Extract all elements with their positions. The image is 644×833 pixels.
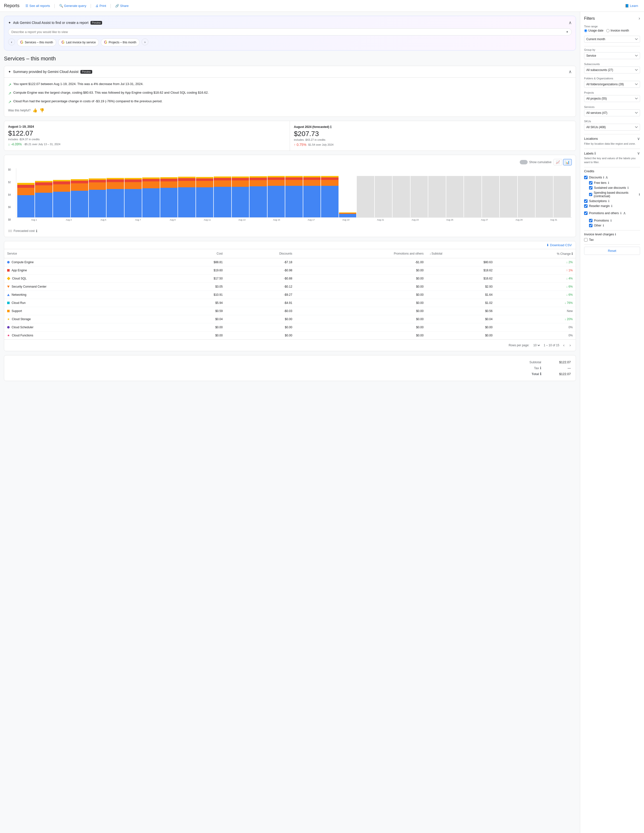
- reset-button[interactable]: Reset: [584, 247, 640, 255]
- free-tiers-checkbox[interactable]: Free tiers ℹ: [589, 181, 640, 185]
- subscriptions-help-icon[interactable]: ℹ: [608, 199, 610, 203]
- thumbs-down-button[interactable]: 👎: [39, 108, 44, 113]
- service-icon-cloud-scheduler: [7, 326, 10, 328]
- folders-select[interactable]: All folders/organizations (28): [584, 81, 640, 88]
- bar-chart-button[interactable]: 📊: [563, 159, 572, 166]
- td-service-8: Cloud Scheduler: [4, 323, 171, 331]
- locations-header[interactable]: Locations ∨: [584, 136, 640, 141]
- projects-select[interactable]: All projects (55): [584, 95, 640, 102]
- td-service-2: Cloud SQL: [4, 275, 171, 283]
- td-service-9: ★ Cloud Functions: [4, 331, 171, 339]
- change-info-icon[interactable]: ℹ: [572, 252, 573, 256]
- subscriptions-checkbox[interactable]: Subscriptions ℹ: [584, 199, 640, 203]
- download-csv-link[interactable]: ⬇ Download CSV: [546, 243, 572, 247]
- discounts-toggle-icon[interactable]: ∧: [605, 175, 608, 180]
- forecasted-legend-label: Forecasted cost: [14, 229, 34, 233]
- services-select[interactable]: All services (47): [584, 109, 640, 116]
- filters-title: Filters: [584, 16, 595, 21]
- bar-day-7: [124, 178, 142, 217]
- cumulative-toggle-switch[interactable]: [520, 160, 528, 164]
- share-link[interactable]: 🔗 Share: [113, 3, 131, 9]
- reseller-margin-checkbox[interactable]: Reseller margin ℹ: [584, 204, 640, 208]
- radio-invoice-month[interactable]: Invoice month: [606, 29, 629, 32]
- show-cumulative-toggle[interactable]: Show cumulative: [520, 160, 552, 164]
- sustained-help-icon[interactable]: ℹ: [628, 186, 629, 190]
- discounts-help-icon[interactable]: ℹ: [603, 176, 604, 179]
- td-service-3: Security Command Center: [4, 283, 171, 291]
- generate-query-link[interactable]: 🔍 Generate query: [57, 3, 88, 9]
- prev-page-button[interactable]: ‹: [562, 342, 565, 349]
- other-checkbox[interactable]: Other ℹ: [589, 224, 640, 227]
- radio-usage-date[interactable]: Usage date: [584, 29, 603, 32]
- spending-based-checkbox[interactable]: Spending based discounts (contractual) ℹ: [589, 191, 640, 198]
- tax-info-icon[interactable]: ℹ: [540, 366, 541, 370]
- learn-link[interactable]: 📘 Learn: [623, 3, 640, 9]
- gemini-chip-invoice[interactable]: G Last invoice by service: [58, 39, 99, 46]
- summary-gemini-icon: ✦: [8, 70, 11, 74]
- bar-day-30: [536, 176, 553, 217]
- summary-item-0: ↗ You spent $122.07 between Aug 1-19, 20…: [8, 82, 572, 88]
- promotions-checkbox[interactable]: Promotions ℹ: [589, 219, 640, 222]
- see-all-reports-link[interactable]: ☰ See all reports: [23, 3, 52, 9]
- promotions-item-help-icon[interactable]: ℹ: [610, 219, 612, 222]
- forecasted-info-icon-chart[interactable]: ℹ: [36, 229, 37, 233]
- spending-help-icon[interactable]: ℹ: [639, 193, 640, 196]
- forecasted-legend: Forecasted cost ℹ: [8, 229, 572, 233]
- print-icon: 🖨: [95, 4, 98, 8]
- reseller-help-icon[interactable]: ℹ: [611, 204, 612, 208]
- forecasted-info-icon[interactable]: ℹ: [330, 125, 332, 129]
- promotions-help-icon[interactable]: ℹ: [620, 211, 621, 215]
- gemini-chip-projects[interactable]: G Projects – this month: [101, 39, 140, 46]
- discounts-checkbox[interactable]: Discounts ℹ ∧: [584, 175, 640, 180]
- bar-day-28: [500, 176, 517, 217]
- gemini-star-icon: ✦: [8, 21, 11, 25]
- metric-current-change-desc: -$5.21 over July 13 – 31, 2024: [24, 143, 60, 146]
- invoice-charges-help-icon[interactable]: ℹ: [615, 233, 616, 236]
- sustained-use-checkbox[interactable]: Sustained use discounts ℹ: [589, 186, 640, 190]
- gemini-search-input[interactable]: [11, 30, 566, 34]
- chart-section: Show cumulative 📈 📊 $8 $6 $4 $2 $0: [4, 155, 576, 237]
- promotions-and-others-checkbox[interactable]: Promotions and others ℹ ∧: [584, 211, 626, 215]
- credits-header: Credits: [584, 169, 640, 173]
- summary-text-1: Compute Engine was the largest charge, c…: [13, 90, 209, 95]
- helpful-label: Was this helpful?: [8, 109, 31, 112]
- gemini-collapse-button[interactable]: ∧: [568, 20, 572, 26]
- invoice-charges-label: Invoice level charges: [584, 232, 614, 236]
- th-discounts: Discounts: [225, 249, 295, 258]
- metric-current-change-row: ↓ -4.09% -$5.21 over July 13 – 31, 2024: [8, 142, 286, 146]
- chips-next-button[interactable]: ›: [142, 39, 148, 45]
- share-icon: 🔗: [115, 4, 119, 8]
- filter-promotions: Promotions and others ℹ ∧ Promotions ℹ O…: [584, 211, 640, 227]
- gemini-title: Ask Gemini Cloud Assist to find or creat…: [13, 21, 89, 25]
- period-select[interactable]: Current month: [584, 36, 640, 43]
- filter-folders: Folders & Organizations All folders/orga…: [584, 77, 640, 88]
- table-row: Support $0.59 -$0.03 $0.00 $0.56 New: [4, 307, 576, 315]
- group-by-select[interactable]: Service: [584, 52, 640, 59]
- summary-collapse-button[interactable]: ∧: [568, 69, 572, 74]
- chips-prev-button[interactable]: ‹: [8, 39, 15, 45]
- bar-day-3: [53, 180, 70, 217]
- other-help-icon[interactable]: ℹ: [603, 224, 604, 227]
- filters-collapse-button[interactable]: ›: [639, 16, 640, 21]
- free-tiers-help-icon[interactable]: ℹ: [608, 181, 609, 185]
- th-subtotal: ↓ Subtotal: [427, 249, 496, 258]
- tax-checkbox[interactable]: Tax: [584, 238, 640, 241]
- labels-info-icon[interactable]: ℹ: [594, 151, 596, 155]
- total-info-icon[interactable]: ℹ: [540, 372, 541, 376]
- summary-text-0: You spent $122.07 between Aug 1-19, 2024…: [13, 82, 143, 87]
- time-range-radio-row: Usage date Invoice month: [584, 29, 640, 32]
- promotions-toggle-icon[interactable]: ∧: [623, 211, 626, 215]
- line-chart-button[interactable]: 📈: [554, 159, 562, 166]
- td-discounts-0: -$7.18: [225, 258, 295, 266]
- labels-header[interactable]: Labels ℹ ∨: [584, 151, 640, 156]
- table-row: ★ Cloud Functions $0.00 $0.00 $0.00 $0.0…: [4, 331, 576, 339]
- skus-select[interactable]: All SKUs (408): [584, 124, 640, 130]
- td-subtotal-0: $80.63: [427, 258, 496, 266]
- gemini-input-icon: ✦: [566, 30, 568, 34]
- next-page-button[interactable]: ›: [568, 342, 572, 349]
- gemini-chip-services[interactable]: G Services – this month: [17, 39, 56, 46]
- thumbs-up-button[interactable]: 👍: [32, 108, 37, 113]
- print-link[interactable]: 🖨 Print: [93, 3, 108, 9]
- rows-per-page-select[interactable]: 10 25 50: [532, 343, 541, 347]
- subaccounts-select[interactable]: All subaccounts (27): [584, 66, 640, 74]
